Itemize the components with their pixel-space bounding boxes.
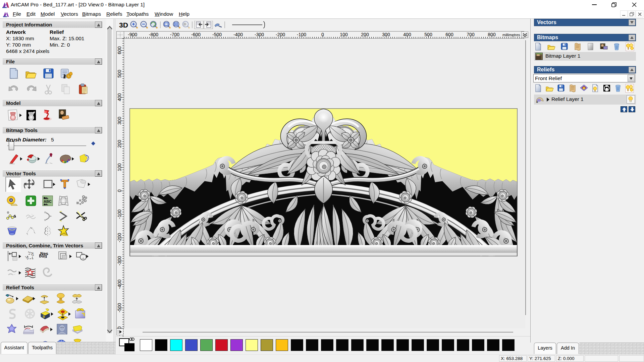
svg-text:ting: ting	[39, 254, 47, 259]
svg-text:a: a	[32, 258, 34, 260]
svg-text:ABC: ABC	[44, 199, 52, 203]
svg-text:+: +	[536, 100, 538, 104]
